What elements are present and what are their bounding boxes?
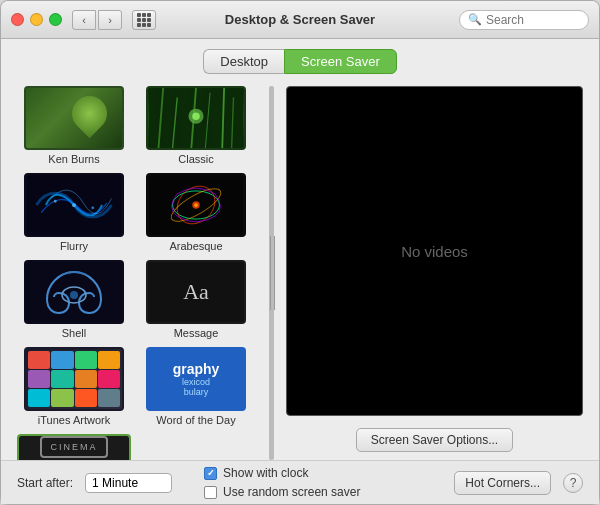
shell-bg: [26, 262, 122, 322]
tab-screensaver[interactable]: Screen Saver: [284, 49, 397, 74]
thumb-wordday: graphy lexicod bulary: [146, 347, 246, 411]
screensaver-grid: Ken Burns: [17, 86, 253, 460]
svg-point-12: [91, 206, 94, 209]
list-item[interactable]: CINEMA ● ● ● SaveHollywood: [17, 434, 131, 460]
thumb-message: Aa: [146, 260, 246, 324]
svg-point-20: [70, 291, 78, 299]
ss-label-flurry: Flurry: [60, 240, 88, 252]
tab-desktop[interactable]: Desktop: [203, 49, 284, 74]
svg-point-8: [192, 112, 200, 120]
itunes-cell: [75, 370, 97, 388]
itunes-cell: [28, 389, 50, 407]
show-clock-row: Show with clock: [204, 466, 442, 480]
itunes-cell: [98, 370, 120, 388]
thumb-itunes: [24, 347, 124, 411]
itunes-cell: [28, 370, 50, 388]
random-checkbox[interactable]: [204, 486, 217, 499]
ss-label-shell: Shell: [62, 327, 86, 339]
start-after-select[interactable]: 1 Minute 2 Minutes 5 Minutes 10 Minutes …: [85, 473, 172, 493]
list-item[interactable]: iTunes Artwork: [17, 347, 131, 426]
no-videos-label: No videos: [401, 243, 468, 260]
svg-point-11: [54, 200, 57, 203]
itunes-cell: [28, 351, 50, 369]
thumb-flurry: [24, 173, 124, 237]
app-grid-button[interactable]: [132, 10, 156, 30]
tab-bar: Desktop Screen Saver: [17, 49, 583, 74]
thumb-arabesque: [146, 173, 246, 237]
search-box[interactable]: 🔍: [459, 10, 589, 30]
minimize-button[interactable]: [30, 13, 43, 26]
list-item[interactable]: Shell: [17, 260, 131, 339]
nav-buttons: ‹ ›: [72, 10, 122, 30]
preview-area: No videos: [286, 86, 583, 416]
classic-svg: [148, 88, 244, 148]
start-after-label: Start after:: [17, 476, 73, 490]
thumb-shell: [24, 260, 124, 324]
preview-panel: No videos Screen Saver Options...: [286, 86, 583, 460]
message-preview-text: Aa: [183, 279, 209, 305]
itunes-cell: [51, 351, 73, 369]
show-clock-checkbox[interactable]: [204, 467, 217, 480]
message-bg: Aa: [148, 262, 244, 322]
content-area: Desktop Screen Saver Ken Burns: [1, 39, 599, 460]
help-button[interactable]: ?: [563, 473, 583, 493]
random-row: Use random screen saver: [204, 485, 442, 499]
ss-label-message: Message: [174, 327, 219, 339]
bottom-bar: Start after: 1 Minute 2 Minutes 5 Minute…: [1, 460, 599, 504]
cinema-ticket: CINEMA: [40, 436, 107, 458]
wordday-text: graphy: [173, 361, 220, 377]
ss-label-arabesque: Arabesque: [169, 240, 222, 252]
screensaver-list: Ken Burns: [17, 86, 257, 460]
titlebar: ‹ › Desktop & Screen Saver 🔍: [1, 1, 599, 39]
search-icon: 🔍: [468, 13, 482, 26]
itunes-cell: [75, 389, 97, 407]
show-clock-label: Show with clock: [223, 466, 308, 480]
screen-saver-options-button[interactable]: Screen Saver Options...: [356, 428, 513, 452]
svg-point-18: [194, 203, 198, 207]
ss-label-wordday: Word of the Day: [156, 414, 235, 426]
ss-label-kenburns: Ken Burns: [48, 153, 99, 165]
list-item[interactable]: Classic: [139, 86, 253, 165]
close-button[interactable]: [11, 13, 24, 26]
forward-button[interactable]: ›: [98, 10, 122, 30]
panels: Ken Burns: [17, 86, 583, 460]
checkbox-area: Show with clock Use random screen saver: [204, 466, 442, 499]
back-button[interactable]: ‹: [72, 10, 96, 30]
random-label: Use random screen saver: [223, 485, 360, 499]
list-item[interactable]: Aa Message: [139, 260, 253, 339]
hot-corners-button[interactable]: Hot Corners...: [454, 471, 551, 495]
window-title: Desktop & Screen Saver: [225, 12, 375, 27]
itunes-cell: [98, 389, 120, 407]
traffic-lights: [11, 13, 62, 26]
itunes-cell: [75, 351, 97, 369]
list-item[interactable]: Ken Burns: [17, 86, 131, 165]
start-after-spinner-wrapper: 1 Minute 2 Minutes 5 Minutes 10 Minutes …: [85, 473, 172, 493]
wordday-sub: lexicod: [182, 377, 210, 387]
shell-svg: [39, 267, 109, 317]
ss-label-itunes: iTunes Artwork: [38, 414, 110, 426]
arabesque-svg: [148, 175, 244, 235]
list-item[interactable]: graphy lexicod bulary Word of the Day: [139, 347, 253, 426]
wordday-sub2: bulary: [184, 387, 209, 397]
list-item[interactable]: Flurry: [17, 173, 131, 252]
wordday-bg: graphy lexicod bulary: [148, 349, 244, 409]
list-item[interactable]: Arabesque: [139, 173, 253, 252]
kenburns-leaf: [65, 89, 114, 138]
classic-bg: [148, 88, 244, 148]
thumb-kenburns: [24, 86, 124, 150]
itunes-cell: [98, 351, 120, 369]
thumb-classic: [146, 86, 246, 150]
thumb-savehollywood: CINEMA ● ● ●: [17, 434, 131, 460]
itunes-bg: [26, 349, 122, 409]
panel-divider: [269, 86, 274, 460]
ss-label-classic: Classic: [178, 153, 213, 165]
kenburns-bg: [26, 88, 122, 148]
itunes-cell: [51, 389, 73, 407]
itunes-cell: [51, 370, 73, 388]
search-input[interactable]: [486, 13, 576, 27]
grid-icon: [137, 13, 151, 27]
savehollywood-inner: CINEMA ● ● ●: [19, 436, 129, 460]
maximize-button[interactable]: [49, 13, 62, 26]
main-window: ‹ › Desktop & Screen Saver 🔍 Desktop Scr…: [0, 0, 600, 505]
flurry-svg: [26, 175, 122, 235]
